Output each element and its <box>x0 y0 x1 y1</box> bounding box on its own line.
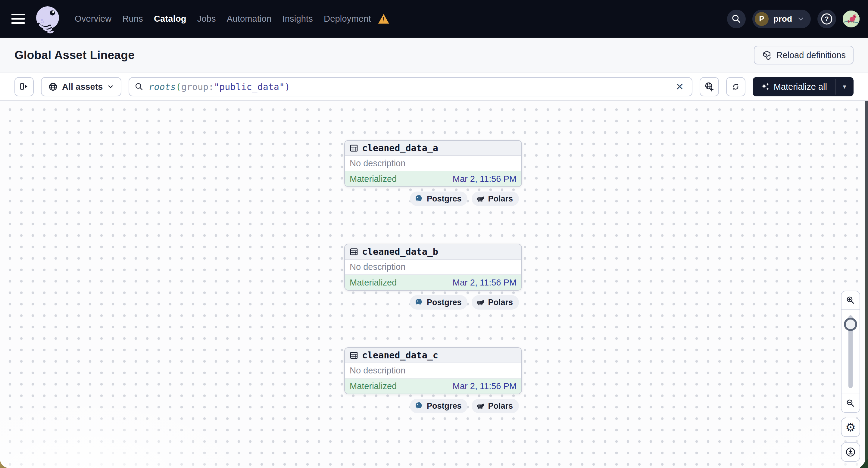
table-icon <box>350 248 358 256</box>
asset-tag-row: Postgres Polars <box>410 295 519 310</box>
query-paren-close: ) <box>285 82 290 92</box>
reload-definitions-button[interactable]: Reload definitions <box>754 46 854 64</box>
asset-status-bar: Materialized Mar 2, 11:56 PM <box>345 379 521 394</box>
zoom-in-button[interactable] <box>841 291 860 310</box>
page-title: Global Asset Lineage <box>14 49 135 62</box>
zoom-slider-thumb[interactable] <box>844 318 857 331</box>
nav-item-deployment[interactable]: Deployment <box>324 14 371 24</box>
materialize-options-caret[interactable]: ▾ <box>835 77 854 96</box>
chevron-down-icon <box>107 83 114 90</box>
polars-icon <box>476 298 485 307</box>
graph-controls: ⚙ <box>841 291 860 462</box>
table-icon <box>350 144 358 152</box>
asset-name: cleaned_data_a <box>362 143 438 153</box>
nav-item-automation[interactable]: Automation <box>227 14 272 24</box>
lineage-toolbar: All assets roots(group:"public_data") ✕ <box>0 73 868 101</box>
asset-node-header: cleaned_data_a <box>345 141 521 156</box>
view-full-graph-button[interactable] <box>700 77 719 96</box>
panel-toggle-icon <box>19 82 29 91</box>
zoom-in-icon <box>846 295 855 305</box>
tag-label: Postgres <box>427 194 462 204</box>
environment-avatar: P <box>755 12 769 26</box>
postgres-icon <box>414 401 424 411</box>
zoom-slider[interactable] <box>841 310 860 394</box>
sparkles-icon <box>761 82 770 91</box>
environment-label: prod <box>773 14 792 24</box>
graph-settings-button[interactable]: ⚙ <box>841 418 860 437</box>
asset-node-cleaned-data-c[interactable]: cleaned_data_c No description Materializ… <box>344 347 522 394</box>
hamburger-menu-icon[interactable] <box>8 9 28 29</box>
nav-right-cluster: P prod ? <box>727 10 860 28</box>
chevron-down-icon <box>797 15 805 23</box>
refresh-button[interactable] <box>726 77 745 96</box>
globe-icon <box>48 82 58 92</box>
asset-description: No description <box>345 259 521 275</box>
tag-label: Polars <box>488 194 513 204</box>
materialization-timestamp[interactable]: Mar 2, 11:56 PM <box>453 278 517 288</box>
nav-item-overview[interactable]: Overview <box>75 14 112 24</box>
asset-description: No description <box>345 156 521 171</box>
asset-scope-dropdown[interactable]: All assets <box>41 77 121 96</box>
query-value: "public_data" <box>214 82 285 92</box>
asset-description: No description <box>345 363 521 379</box>
search-button[interactable] <box>727 10 746 28</box>
tag-label: Polars <box>488 401 513 411</box>
download-image-button[interactable] <box>841 442 860 462</box>
lineage-graph-area: cleaned_data_a No description Materializ… <box>0 101 868 468</box>
table-icon <box>350 351 358 360</box>
open-side-panel-button[interactable] <box>14 77 34 96</box>
asset-node-header: cleaned_data_b <box>345 244 521 259</box>
query-attribute: group <box>181 82 209 92</box>
materialization-timestamp[interactable]: Mar 2, 11:56 PM <box>453 174 517 184</box>
postgres-icon <box>414 194 424 204</box>
user-avatar[interactable] <box>843 10 860 27</box>
nav-item-runs[interactable]: Runs <box>122 14 143 24</box>
polars-icon <box>476 194 485 203</box>
asset-status-bar: Materialized Mar 2, 11:56 PM <box>345 275 521 290</box>
materialization-timestamp[interactable]: Mar 2, 11:56 PM <box>453 381 517 391</box>
tag-label: Polars <box>488 298 513 307</box>
nav-item-jobs[interactable]: Jobs <box>197 14 216 24</box>
svg-text:?: ? <box>825 15 829 23</box>
tag-label: Postgres <box>427 401 462 411</box>
query-colon: : <box>209 82 214 92</box>
tag-postgres[interactable]: Postgres <box>410 399 468 413</box>
globe-plus-icon <box>704 82 714 92</box>
page-header: Global Asset Lineage Reload definitions <box>0 38 868 73</box>
asset-name: cleaned_data_c <box>362 350 438 361</box>
tag-polars[interactable]: Polars <box>472 295 519 310</box>
asset-node-cleaned-data-b[interactable]: cleaned_data_b No description Materializ… <box>344 244 522 291</box>
zoom-control-group <box>841 291 860 413</box>
tag-label: Postgres <box>427 298 462 307</box>
tag-polars[interactable]: Polars <box>472 399 519 413</box>
asset-tag-row: Postgres Polars <box>410 191 519 206</box>
lineage-canvas[interactable]: cleaned_data_a No description Materializ… <box>0 101 865 468</box>
query-function: roots <box>149 82 176 92</box>
reload-definitions-icon <box>762 50 772 60</box>
search-icon <box>135 82 144 91</box>
nav-item-insights[interactable]: Insights <box>282 14 313 24</box>
dagster-logo-icon <box>33 3 63 35</box>
tag-polars[interactable]: Polars <box>472 191 519 206</box>
asset-node-cleaned-data-a[interactable]: cleaned_data_a No description Materializ… <box>344 140 522 187</box>
gear-icon: ⚙ <box>845 422 856 433</box>
status-label: Materialized <box>350 381 397 391</box>
zoom-out-icon <box>846 399 855 408</box>
tag-postgres[interactable]: Postgres <box>410 295 468 310</box>
zoom-out-button[interactable] <box>841 394 860 412</box>
help-button[interactable]: ? <box>817 10 836 28</box>
postgres-icon <box>414 298 424 307</box>
asset-selection-input[interactable]: roots(group:"public_data") ✕ <box>129 77 692 96</box>
nav-item-catalog[interactable]: Catalog <box>154 14 186 24</box>
search-icon <box>731 14 742 24</box>
deployment-warning-icon[interactable] <box>378 14 389 24</box>
clear-search-button[interactable]: ✕ <box>673 80 686 93</box>
search-query: roots(group:"public_data") <box>149 82 290 92</box>
environment-switcher[interactable]: P prod <box>752 10 811 28</box>
asset-scope-label: All assets <box>62 82 103 92</box>
status-label: Materialized <box>350 278 397 288</box>
reload-definitions-label: Reload definitions <box>776 50 846 60</box>
materialize-all-button[interactable]: Materialize all <box>753 77 835 96</box>
tag-postgres[interactable]: Postgres <box>410 191 468 206</box>
main-nav-links: Overview Runs Catalog Jobs Automation In… <box>75 14 389 24</box>
